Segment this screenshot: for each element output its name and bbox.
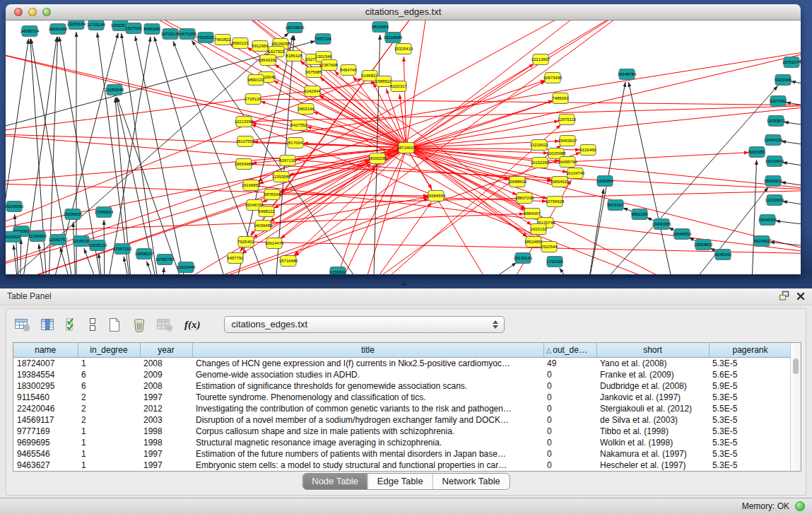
graph-node[interactable]	[632, 209, 647, 220]
graph-node[interactable]	[560, 157, 575, 168]
graph-node[interactable]	[749, 147, 765, 158]
table-cell[interactable]: Disruption of a novel member of a sodium…	[192, 414, 543, 426]
graph-node[interactable]	[215, 35, 230, 45]
graph-node[interactable]	[286, 51, 302, 62]
split-divider-handle[interactable]	[401, 281, 408, 286]
float-window-icon[interactable]	[779, 291, 789, 301]
table-cell[interactable]: 0	[543, 403, 596, 414]
graph-node[interactable]	[754, 236, 770, 247]
table-cell[interactable]: 9777169	[13, 426, 78, 437]
table-cell[interactable]: 1997	[140, 392, 192, 403]
graph-node[interactable]	[163, 29, 178, 40]
graph-node[interactable]	[547, 257, 563, 267]
table-cell[interactable]: 14569117	[13, 414, 78, 426]
close-panel-icon[interactable]	[796, 292, 805, 300]
table-cell[interactable]: 5.3E-5	[709, 460, 792, 471]
graph-node[interactable]	[298, 104, 314, 115]
import-table-icon[interactable]	[157, 318, 174, 332]
graph-node[interactable]	[531, 140, 547, 151]
graph-node[interactable]	[228, 253, 243, 264]
table-cell[interactable]: Franke et al. (2009)	[596, 369, 709, 380]
table-cell[interactable]: Estimation of the future numbers of pati…	[192, 448, 543, 460]
table-cell[interactable]: Hescheler et al. (1997)	[596, 460, 709, 471]
table-cell[interactable]: 1997	[140, 460, 192, 471]
graph-node[interactable]	[136, 249, 152, 259]
column-header-out-de-[interactable]: △out_de…	[543, 343, 596, 358]
table-cell[interactable]: 5.5E-5	[709, 403, 792, 414]
graph-node[interactable]	[567, 168, 583, 179]
table-cell[interactable]: 49	[543, 358, 596, 370]
graph-node[interactable]	[765, 176, 781, 187]
graph-node[interactable]	[553, 93, 568, 104]
graph-node[interactable]	[715, 250, 731, 260]
table-cell[interactable]: 0	[543, 437, 596, 448]
table-cell[interactable]: Corpus callosum shape and size in male p…	[192, 426, 543, 437]
table-cell[interactable]: 2009	[140, 369, 192, 380]
graph-node[interactable]	[69, 21, 84, 30]
graph-node[interactable]	[547, 197, 563, 207]
graph-node[interactable]	[248, 75, 264, 86]
table-cell[interactable]: 0	[543, 448, 596, 460]
graph-node[interactable]	[65, 209, 81, 220]
graph-node[interactable]	[608, 200, 623, 211]
graph-node[interactable]	[238, 237, 254, 247]
delete-table-icon[interactable]	[132, 317, 146, 332]
graph-node[interactable]	[532, 158, 548, 168]
graph-node[interactable]	[695, 240, 711, 250]
graph-node[interactable]	[266, 238, 282, 249]
graph-node[interactable]	[376, 76, 392, 87]
table-cell[interactable]: 9699695	[13, 437, 78, 448]
table-cell[interactable]: 2	[78, 414, 140, 426]
graph-node[interactable]	[88, 21, 104, 30]
graph-node[interactable]	[541, 242, 557, 252]
graph-node[interactable]	[237, 136, 253, 147]
graph-node[interactable]	[264, 189, 280, 200]
table-cell[interactable]: 9463627	[13, 460, 78, 471]
graph-node[interactable]	[560, 136, 575, 146]
table-cell[interactable]: 5.3E-5	[709, 392, 792, 403]
graph-node[interactable]	[545, 73, 560, 83]
graph-node[interactable]	[233, 38, 248, 49]
table-cell[interactable]: Estimation of significance thresholds fo…	[192, 380, 543, 392]
new-table-icon[interactable]	[107, 317, 122, 332]
graph-node[interactable]	[198, 33, 213, 43]
table-cell[interactable]: 18300295	[13, 380, 78, 392]
column-header-pagerank[interactable]: pagerank	[709, 343, 792, 358]
table-cell[interactable]: 5.3E-5	[709, 448, 792, 460]
graph-node[interactable]	[306, 67, 322, 78]
table-cell[interactable]: 1	[78, 437, 140, 448]
graph-node[interactable]	[372, 22, 388, 33]
table-cell[interactable]: 0	[543, 392, 596, 403]
graph-node[interactable]	[517, 193, 532, 204]
table-cell[interactable]: 2008	[140, 380, 192, 392]
graph-node[interactable]	[236, 159, 252, 170]
graph-node[interactable]	[178, 262, 194, 273]
zoom-button[interactable]	[42, 8, 51, 16]
column-chooser-icon[interactable]	[41, 318, 55, 332]
graph-node[interactable]	[243, 180, 259, 191]
tab-node-table[interactable]: Node Table	[302, 474, 367, 489]
table-cell[interactable]: 2003	[140, 414, 192, 426]
column-header-short[interactable]: short	[596, 343, 709, 358]
graph-node[interactable]	[531, 224, 546, 235]
graph-node[interactable]	[50, 235, 66, 245]
graph-node[interactable]	[259, 206, 274, 217]
graph-node[interactable]	[510, 177, 525, 187]
table-cell[interactable]: Tourette syndrome. Phenomenology and cla…	[192, 392, 543, 403]
table-cell[interactable]: 5.9E-5	[709, 380, 792, 392]
graph-node[interactable]	[252, 41, 268, 52]
column-header-name[interactable]: name	[13, 343, 78, 358]
graph-node[interactable]	[597, 176, 613, 187]
table-selector-dropdown[interactable]: citations_edges.txt	[224, 316, 505, 333]
table-cell[interactable]: 1	[78, 448, 140, 460]
table-cell[interactable]: 5.3E-5	[709, 414, 792, 426]
graph-node[interactable]	[559, 115, 575, 125]
function-builder-icon[interactable]: f(x)	[184, 319, 201, 331]
graph-node[interactable]	[305, 86, 320, 97]
window-titlebar[interactable]: citations_edges.txt	[6, 4, 801, 21]
table-cell[interactable]: 0	[543, 414, 596, 426]
graph-node[interactable]	[22, 26, 37, 37]
graph-node[interactable]	[330, 267, 346, 275]
graph-node[interactable]	[107, 85, 122, 95]
graph-node[interactable]	[287, 23, 302, 33]
